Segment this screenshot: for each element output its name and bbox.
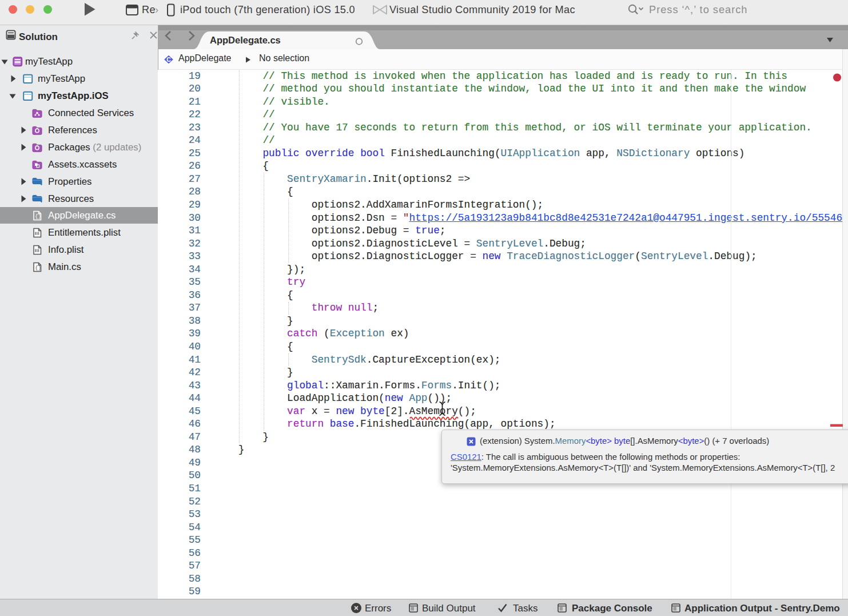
svg-text:C: C — [166, 56, 171, 63]
svg-text:{}: {} — [35, 265, 41, 271]
svg-text:{}: {} — [35, 213, 41, 220]
